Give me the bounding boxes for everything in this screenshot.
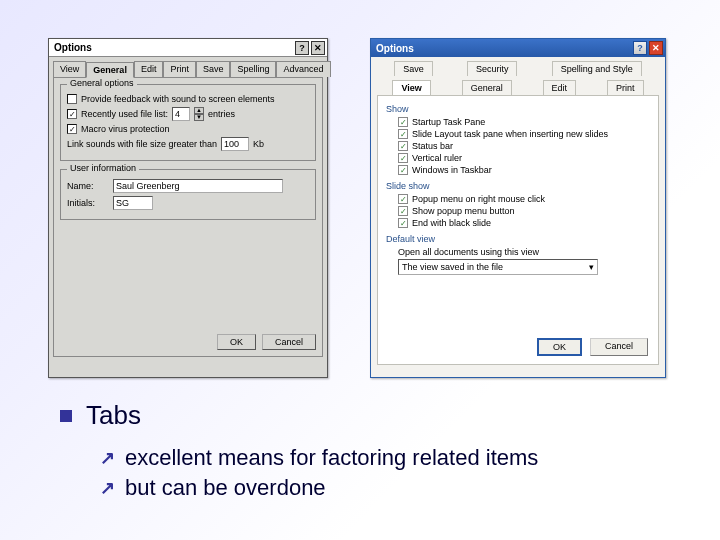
tab-view[interactable]: View: [392, 80, 430, 95]
checkbox-slide-layout[interactable]: [398, 129, 408, 139]
help-icon[interactable]: ?: [295, 41, 309, 55]
initials-label: Initials:: [67, 198, 109, 208]
show-popup-label: Show popup menu button: [412, 206, 515, 216]
chevron-down-icon: ▾: [589, 262, 594, 272]
tab-edit[interactable]: Edit: [134, 61, 164, 77]
close-icon[interactable]: ✕: [311, 41, 325, 55]
section-show: Show Startup Task Pane Slide Layout task…: [386, 104, 650, 175]
checkbox-status-bar[interactable]: [398, 141, 408, 151]
bullet-main: Tabs: [60, 400, 538, 431]
tab-spelling-style[interactable]: Spelling and Style: [552, 61, 642, 76]
section-slide-show: Slide show Popup menu on right mouse cli…: [386, 181, 650, 228]
sub-text: excellent means for factoring related it…: [125, 445, 538, 471]
tab-general[interactable]: General: [86, 62, 134, 78]
group-legend: User information: [67, 163, 139, 173]
popup-rc-label: Popup menu on right mouse click: [412, 194, 545, 204]
recent-value-input[interactable]: [172, 107, 190, 121]
checkbox-popup-rightclick[interactable]: [398, 194, 408, 204]
tab-row-bottom: View General Edit Print: [371, 76, 665, 95]
tab-advanced[interactable]: Advanced: [276, 61, 330, 77]
recent-suffix: entries: [208, 109, 235, 119]
tab-save[interactable]: Save: [196, 61, 231, 77]
checkbox-taskbar[interactable]: [398, 165, 408, 175]
checkbox-recent[interactable]: [67, 109, 77, 119]
checkbox-vruler[interactable]: [398, 153, 408, 163]
close-icon[interactable]: ✕: [649, 41, 663, 55]
sub-text: but can be overdone: [125, 475, 326, 501]
dialog-buttons: OK Cancel: [217, 334, 316, 350]
tab-security[interactable]: Security: [467, 61, 518, 76]
cancel-button[interactable]: Cancel: [590, 338, 648, 356]
checkbox-macro[interactable]: [67, 124, 77, 134]
link-label: Link sounds with file size greater than: [67, 139, 217, 149]
slide-layout-label: Slide Layout task pane when inserting ne…: [412, 129, 608, 139]
spinner-up-icon[interactable]: ▲: [194, 107, 204, 114]
options-dialog-xp: Options ? ✕ Save Security Spelling and S…: [370, 38, 666, 378]
bullet-sub: ↗ excellent means for factoring related …: [100, 445, 538, 471]
link-value-input[interactable]: [221, 137, 249, 151]
group-legend: General options: [67, 78, 137, 88]
tab-save[interactable]: Save: [394, 61, 433, 76]
section-heading: Default view: [386, 234, 650, 244]
tab-print[interactable]: Print: [607, 80, 644, 95]
checkbox-feedback[interactable]: [67, 94, 77, 104]
help-icon[interactable]: ?: [633, 41, 647, 55]
name-input[interactable]: [113, 179, 283, 193]
initials-input[interactable]: [113, 196, 153, 210]
bullet-sub: ↗ but can be overdone: [100, 475, 538, 501]
tab-print[interactable]: Print: [163, 61, 196, 77]
spinner-down-icon[interactable]: ▼: [194, 114, 204, 121]
cancel-button[interactable]: Cancel: [262, 334, 316, 350]
recent-spinner[interactable]: ▲ ▼: [194, 107, 204, 121]
status-bar-label: Status bar: [412, 141, 453, 151]
tab-general[interactable]: General: [462, 80, 512, 95]
ok-button[interactable]: OK: [217, 334, 256, 350]
dialog-buttons: OK Cancel: [537, 338, 648, 356]
titlebar: Options ? ✕: [49, 39, 327, 57]
titlebar: Options ? ✕: [371, 39, 665, 57]
tab-panel: General options Provide feedback with so…: [53, 77, 323, 357]
slide-text: Tabs ↗ excellent means for factoring rel…: [60, 400, 538, 505]
checkbox-startup[interactable]: [398, 117, 408, 127]
options-dialog-classic: Options ? ✕ View General Edit Print Save…: [48, 38, 328, 378]
link-suffix: Kb: [253, 139, 264, 149]
section-heading: Slide show: [386, 181, 650, 191]
tab-panel: Show Startup Task Pane Slide Layout task…: [377, 95, 659, 365]
taskbar-label: Windows in Taskbar: [412, 165, 492, 175]
window-title: Options: [51, 42, 293, 53]
section-default-view: Default view Open all documents using th…: [386, 234, 650, 275]
select-value: The view saved in the file: [402, 262, 503, 272]
tab-spelling[interactable]: Spelling: [230, 61, 276, 77]
vruler-label: Vertical ruler: [412, 153, 462, 163]
bullet-heading: Tabs: [86, 400, 141, 431]
checkbox-feedback-label: Provide feedback with sound to screen el…: [81, 94, 275, 104]
tab-strip: View General Edit Print Save Spelling Ad…: [49, 57, 327, 77]
arrow-icon: ↗: [100, 477, 115, 499]
ok-button[interactable]: OK: [537, 338, 582, 356]
arrow-icon: ↗: [100, 447, 115, 469]
checkbox-show-popup-button[interactable]: [398, 206, 408, 216]
window-title: Options: [373, 43, 631, 54]
group-general-options: General options Provide feedback with so…: [60, 84, 316, 161]
recent-label: Recently used file list:: [81, 109, 168, 119]
default-view-select[interactable]: The view saved in the file ▾: [398, 259, 598, 275]
tab-view[interactable]: View: [53, 61, 86, 77]
tab-row-top: Save Security Spelling and Style: [371, 57, 665, 76]
open-all-label: Open all documents using this view: [398, 247, 539, 257]
checkbox-end-black[interactable]: [398, 218, 408, 228]
square-bullet-icon: [60, 410, 72, 422]
tab-edit[interactable]: Edit: [543, 80, 577, 95]
startup-label: Startup Task Pane: [412, 117, 485, 127]
group-user-info: User information Name: Initials:: [60, 169, 316, 220]
section-heading: Show: [386, 104, 650, 114]
end-black-label: End with black slide: [412, 218, 491, 228]
name-label: Name:: [67, 181, 109, 191]
macro-label: Macro virus protection: [81, 124, 170, 134]
